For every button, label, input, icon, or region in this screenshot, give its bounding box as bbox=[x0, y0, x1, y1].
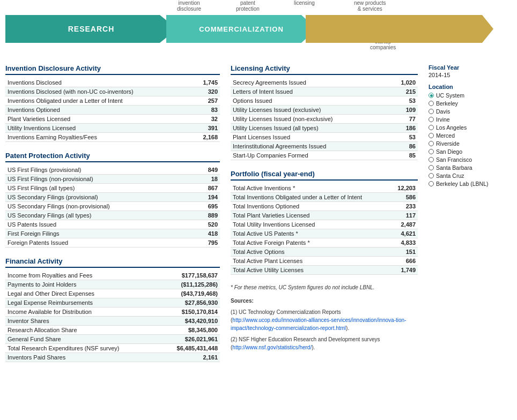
row-value: ($11,125,286) bbox=[160, 280, 220, 289]
location-name: Irvine bbox=[436, 116, 450, 123]
row-value: 520 bbox=[195, 220, 220, 229]
location-item[interactable]: Irvine bbox=[429, 116, 512, 123]
row-label: Utility Inventions Licensed bbox=[5, 124, 193, 133]
row-value: 418 bbox=[195, 229, 220, 238]
fiscal-year-label: Fiscal Year bbox=[429, 64, 512, 71]
arrow-research: RESEARCH bbox=[5, 15, 177, 43]
row-label: Plant Varieties Licensed bbox=[5, 115, 193, 124]
row-label: Inventor Shares bbox=[5, 317, 160, 326]
location-item[interactable]: Riverside bbox=[429, 140, 512, 147]
sources-title: Sources: bbox=[231, 298, 254, 304]
row-value: 795 bbox=[195, 238, 220, 248]
table-row: US Secondary Filings (provisional)194 bbox=[5, 193, 220, 202]
invention-disclosure-table: Inventions Disclosed1,745Inventions Disc… bbox=[5, 78, 220, 142]
radio-circle bbox=[429, 181, 434, 186]
table-row: US Patents Issued520 bbox=[5, 220, 220, 229]
location-item[interactable]: Merced bbox=[429, 132, 512, 139]
financial-table: Income from Royalties and Fees$177,158,6… bbox=[5, 271, 220, 362]
table-row: Income Available for Distribution$150,17… bbox=[5, 308, 220, 317]
table-row: Start-Up Companies Formed85 bbox=[231, 151, 418, 160]
row-value: 77 bbox=[389, 115, 418, 124]
row-label: US First Filings (non-provisional) bbox=[5, 175, 195, 184]
sources-section: Sources: (1) UC Technology Commercializa… bbox=[231, 297, 418, 351]
location-item[interactable]: San Diego bbox=[429, 148, 512, 155]
location-item[interactable]: Santa Barbara bbox=[429, 164, 512, 171]
location-name: Berkeley Lab (LBNL) bbox=[436, 181, 488, 187]
table-row: Inventions Disclosed1,745 bbox=[5, 78, 220, 87]
row-label: Total Active Foreign Patents * bbox=[231, 238, 391, 248]
table-row: Legal and Other Direct Expenses($43,719,… bbox=[5, 289, 220, 298]
row-label: Total Utility Inventions Licensed bbox=[231, 220, 391, 229]
row-value: $43,420,910 bbox=[160, 317, 220, 326]
location-name: San Diego bbox=[436, 148, 462, 155]
arrow-commercialization: COMMERCIALIZATION bbox=[166, 15, 316, 43]
source-link[interactable]: http://www.nsf.gov/statistics/herd/ bbox=[232, 344, 312, 350]
label-patent: patentprotection bbox=[236, 0, 260, 12]
table-row: Income from Royalties and Fees$177,158,6… bbox=[5, 271, 220, 280]
table-row: Secrecy Agreements Issued1,020 bbox=[231, 78, 418, 87]
table-row: Inventions Optioned83 bbox=[5, 106, 220, 115]
radio-circle bbox=[429, 133, 434, 138]
row-label: US Patents Issued bbox=[5, 220, 195, 229]
row-value: 53 bbox=[389, 133, 418, 142]
radio-circle bbox=[429, 173, 434, 178]
row-value: 86 bbox=[389, 142, 418, 151]
radio-circle bbox=[429, 141, 434, 146]
table-row: Utility Licenses Issued (all types)186 bbox=[231, 124, 418, 133]
source-link[interactable]: http://www.ucop.edu/innovation-alliances… bbox=[231, 317, 406, 331]
row-value: 215 bbox=[389, 87, 418, 96]
row-label: Options Issued bbox=[231, 96, 389, 106]
row-value: 849 bbox=[195, 166, 220, 175]
row-value: 32 bbox=[193, 115, 220, 124]
row-value: 695 bbox=[195, 202, 220, 211]
label-licensing: licensing bbox=[294, 0, 315, 6]
table-row: Inventions Obligated under a Letter of I… bbox=[5, 96, 220, 106]
row-label: Inventions Earning Royalties/Fees bbox=[5, 133, 193, 142]
row-label: Inventions Disclosed (with non-UC co-inv… bbox=[5, 87, 193, 96]
row-value: 257 bbox=[193, 96, 220, 106]
row-label: Total Active Utility Licenses bbox=[231, 266, 391, 275]
label-new-products: new products& services bbox=[354, 0, 386, 12]
row-label: Inventions Disclosed bbox=[5, 78, 193, 87]
row-label: Total Active Inventions * bbox=[231, 184, 391, 193]
location-item[interactable]: Berkeley bbox=[429, 100, 512, 107]
radio-circle bbox=[429, 165, 434, 170]
row-value: 889 bbox=[195, 211, 220, 220]
row-label: Total Research Expenditures (NSF survey) bbox=[5, 344, 160, 353]
location-name: Santa Barbara bbox=[436, 164, 472, 171]
row-value: 233 bbox=[391, 202, 418, 211]
row-label: Total Plant Varieties Licensed bbox=[231, 211, 391, 220]
portfolio-title: Portfolio (fiscal year-end) bbox=[231, 170, 418, 181]
row-label: Total Inventions Optioned bbox=[231, 202, 391, 211]
table-row: Inventors Paid Shares2,161 bbox=[5, 353, 220, 362]
location-name: Berkeley bbox=[436, 100, 458, 107]
source-item: (1) UC Technology Commercialization Repo… bbox=[231, 308, 418, 332]
location-item[interactable]: Santa Cruz bbox=[429, 172, 512, 179]
row-label: Utility Licenses Issued (all types) bbox=[231, 124, 389, 133]
table-row: Total Active Inventions *12,203 bbox=[231, 184, 418, 193]
row-value: 1,020 bbox=[389, 78, 418, 87]
row-value: 83 bbox=[193, 106, 220, 115]
location-name: San Francisco bbox=[436, 156, 472, 163]
row-value: ($43,719,468) bbox=[160, 289, 220, 298]
location-item[interactable]: Berkeley Lab (LBNL) bbox=[429, 181, 512, 187]
source-item: (2) NSF Higher Education Research and De… bbox=[231, 335, 418, 351]
table-row: Total Utility Inventions Licensed2,487 bbox=[231, 220, 418, 229]
row-label: Start-Up Companies Formed bbox=[231, 151, 389, 160]
row-value: $27,856,930 bbox=[160, 298, 220, 308]
table-row: Legal Expense Reimbursements$27,856,930 bbox=[5, 298, 220, 308]
radio-circle bbox=[429, 125, 434, 130]
radio-circle bbox=[429, 109, 434, 114]
location-item[interactable]: San Francisco bbox=[429, 156, 512, 163]
row-value: 109 bbox=[389, 106, 418, 115]
row-label: Foreign Patents Issued bbox=[5, 238, 195, 248]
location-item[interactable]: Davis bbox=[429, 108, 512, 115]
table-row: US Secondary Filings (non-provisional)69… bbox=[5, 202, 220, 211]
row-label: US Secondary Filings (all types) bbox=[5, 211, 195, 220]
row-label: Legal Expense Reimbursements bbox=[5, 298, 160, 308]
location-item[interactable]: Los Angeles bbox=[429, 124, 512, 131]
row-label: Research Allocation Share bbox=[5, 326, 160, 335]
table-row: Total Plant Varieties Licensed117 bbox=[231, 211, 418, 220]
location-item[interactable]: UC System bbox=[429, 92, 512, 99]
row-label: Total Active US Patents * bbox=[231, 229, 391, 238]
